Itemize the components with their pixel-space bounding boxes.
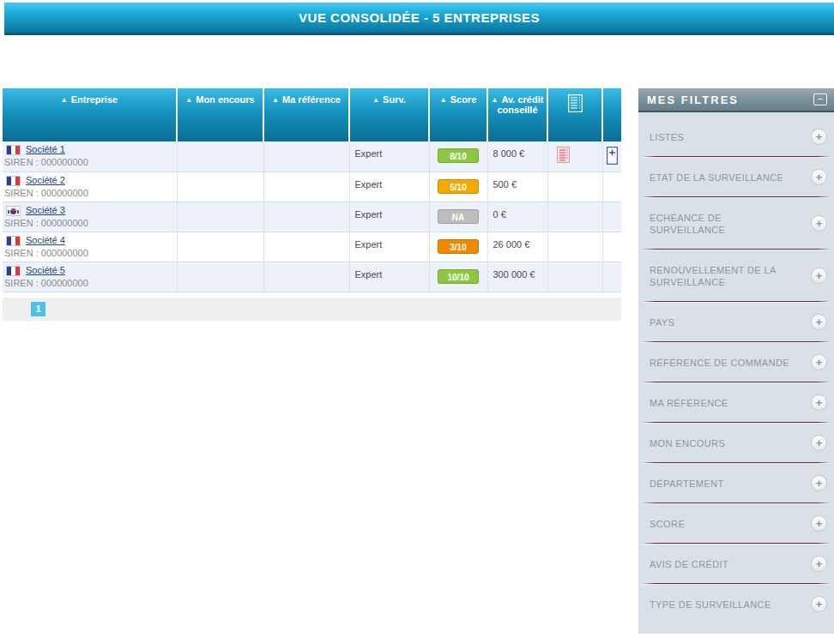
collapse-icon[interactable]: − xyxy=(813,93,827,105)
filter-item-type-surveillance[interactable]: TYPE DE SURVEILLANCE + xyxy=(638,585,834,623)
flag-france-icon xyxy=(6,236,21,246)
encours-cell xyxy=(177,202,263,232)
encours-cell xyxy=(177,262,263,292)
filter-item-score[interactable]: SCORE + xyxy=(638,504,834,543)
filter-item-listes[interactable]: LISTES + xyxy=(638,117,834,156)
add-filter-icon[interactable]: + xyxy=(811,129,827,145)
encours-cell xyxy=(177,232,263,262)
filter-item-etat-surveillance[interactable]: ETAT DE LA SURVEILLANCE + xyxy=(638,158,834,196)
expand-cell xyxy=(602,141,621,172)
sort-asc-icon: ▲ xyxy=(61,96,68,104)
company-cell: Société 1 SIREN : 000000000 xyxy=(3,141,177,172)
filter-item-mon-encours[interactable]: MON ENCOURS + xyxy=(638,424,834,462)
score-badge: 5/10 xyxy=(438,179,479,194)
score-cell: 3/10 xyxy=(429,232,487,262)
sort-asc-icon: ▲ xyxy=(372,96,379,104)
top-banner: VUE CONSOLIDÉE - 5 ENTREPRISES xyxy=(4,3,834,35)
company-link[interactable]: Société 2 xyxy=(26,175,65,185)
flag-france-icon xyxy=(6,266,21,276)
surv-cell: Expert xyxy=(349,232,429,262)
company-link[interactable]: Société 4 xyxy=(26,235,65,245)
score-cell: 5/10 xyxy=(429,172,487,202)
add-filter-icon[interactable]: + xyxy=(811,394,827,411)
sort-asc-icon: ▲ xyxy=(272,96,279,104)
reference-cell xyxy=(263,232,349,262)
surv-cell: Expert xyxy=(349,172,429,202)
sort-asc-icon: ▲ xyxy=(440,96,447,104)
siren-label: SIREN : 000000000 xyxy=(3,188,177,198)
add-filter-icon[interactable]: + xyxy=(811,215,827,232)
flag-france-icon xyxy=(6,145,21,155)
company-cell: Société 4 SIREN : 000000000 xyxy=(3,232,177,262)
filters-title: MES FILTRES xyxy=(647,93,739,106)
filter-item-renouvellement[interactable]: RENOUVELLEMENT DE LA SURVEILLANCE + xyxy=(638,250,834,301)
page-title: VUE CONSOLIDÉE - 5 ENTREPRISES xyxy=(4,3,834,33)
company-link[interactable]: Société 3 xyxy=(26,205,65,215)
table-header-row: ▲Entreprise ▲Mon encours ▲Ma référence ▲… xyxy=(3,88,621,141)
siren-label: SIREN : 000000000 xyxy=(3,157,177,167)
add-filter-icon[interactable]: + xyxy=(811,354,827,370)
surv-cell: Expert xyxy=(349,141,429,172)
add-filter-icon[interactable]: + xyxy=(811,268,827,284)
siren-label: SIREN : 000000000 xyxy=(3,248,177,258)
score-badge: 3/10 xyxy=(438,239,479,254)
results-table-container: ▲Entreprise ▲Mon encours ▲Ma référence ▲… xyxy=(3,88,621,321)
flag-south-korea-icon xyxy=(6,206,21,216)
expand-cell xyxy=(602,202,621,232)
report-cell xyxy=(547,262,602,292)
filters-list: LISTES + ETAT DE LA SURVEILLANCE + ECHÉA… xyxy=(638,112,834,634)
expand-cell xyxy=(602,172,621,202)
score-badge: NA xyxy=(438,209,479,224)
filter-item-pays[interactable]: PAYS + xyxy=(638,303,834,341)
credit-cell: 300 000 € xyxy=(487,262,547,292)
pagination-bar: 1 xyxy=(3,298,621,321)
add-filter-icon[interactable]: + xyxy=(811,475,827,491)
company-cell: Société 3 SIREN : 000000000 xyxy=(3,202,177,232)
report-cell xyxy=(547,232,602,262)
reference-cell xyxy=(263,172,349,202)
column-header-surv[interactable]: ▲Surv. xyxy=(349,88,429,141)
filter-item-echeance-surveillance[interactable]: ECHÉANCE DE SURVEILLANCE + xyxy=(638,198,834,249)
filter-item-avis-credit[interactable]: AVIS DE CRÉDIT + xyxy=(638,545,834,583)
encours-cell xyxy=(177,172,263,202)
filters-sidebar: MES FILTRES − LISTES + ETAT DE LA SURVEI… xyxy=(638,88,834,635)
add-filter-icon[interactable]: + xyxy=(811,314,827,330)
filters-sidebar-header: MES FILTRES − xyxy=(638,88,834,112)
report-document-icon[interactable] xyxy=(557,147,570,165)
expand-cell xyxy=(602,232,621,262)
reference-cell xyxy=(263,202,349,232)
company-link[interactable]: Société 1 xyxy=(26,144,65,154)
siren-label: SIREN : 000000000 xyxy=(3,278,177,288)
credit-cell: 8 000 € xyxy=(487,141,547,172)
column-header-report[interactable] xyxy=(547,88,602,141)
credit-cell: 0 € xyxy=(487,202,547,232)
page-1-button[interactable]: 1 xyxy=(31,302,45,316)
filter-item-ma-reference[interactable]: MA RÉFÉRENCE + xyxy=(638,383,834,422)
add-filter-icon[interactable]: + xyxy=(811,556,827,572)
column-header-score[interactable]: ▲Score xyxy=(429,88,487,141)
filter-item-reference-commande[interactable]: RÉFÉRENCE DE COMMANDE + xyxy=(638,343,834,382)
score-cell: 10/10 xyxy=(429,262,487,292)
column-header-mon-encours[interactable]: ▲Mon encours xyxy=(177,88,263,141)
reference-cell xyxy=(263,141,349,172)
company-cell: Société 5 SIREN : 000000000 xyxy=(3,262,177,292)
add-filter-icon[interactable]: + xyxy=(811,515,827,532)
expand-plus-icon[interactable] xyxy=(607,147,618,166)
add-filter-icon[interactable]: + xyxy=(811,435,827,451)
column-header-entreprise[interactable]: ▲Entreprise xyxy=(3,88,177,141)
company-cell: Société 2 SIREN : 000000000 xyxy=(3,172,177,202)
siren-label: SIREN : 000000000 xyxy=(3,218,177,228)
report-cell xyxy=(547,202,602,232)
table-row: Société 4 SIREN : 000000000 Expert 3/10 … xyxy=(3,232,621,262)
company-link[interactable]: Société 5 xyxy=(26,265,65,275)
credit-cell: 500 € xyxy=(487,172,547,202)
filter-item-departement[interactable]: DÉPARTEMENT + xyxy=(638,464,834,503)
column-header-ma-reference[interactable]: ▲Ma référence xyxy=(263,88,349,141)
sort-asc-icon: ▲ xyxy=(492,96,499,104)
score-cell: NA xyxy=(429,202,487,232)
sort-asc-icon: ▲ xyxy=(185,96,192,104)
column-header-av-credit[interactable]: ▲Av. crédit conseillé xyxy=(487,88,547,141)
add-filter-icon[interactable]: + xyxy=(811,169,827,185)
expand-cell xyxy=(602,262,621,292)
add-filter-icon[interactable]: + xyxy=(811,596,827,612)
